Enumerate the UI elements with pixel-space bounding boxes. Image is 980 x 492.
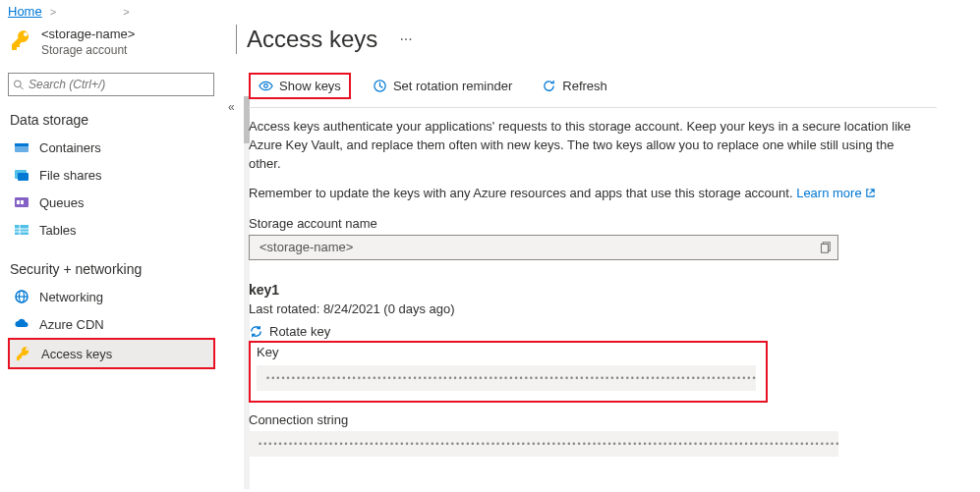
- toolbar-button-label: Set rotation reminder: [393, 79, 512, 93]
- key-field-highlight: Key ••••••••••••••••••••••••••••••••••••…: [249, 341, 768, 403]
- sidebar-item-label: Azure CDN: [39, 317, 104, 332]
- queue-icon: [14, 194, 29, 210]
- svg-rect-8: [21, 200, 24, 204]
- sidebar-item-label: File shares: [39, 168, 102, 183]
- rotate-key-button[interactable]: Rotate key: [249, 324, 980, 339]
- key1-header: key1: [249, 282, 980, 298]
- sidebar-item-label: Containers: [39, 140, 101, 155]
- chevron-right-icon: >: [50, 6, 56, 18]
- key-icon: [16, 346, 31, 361]
- clock-icon: [373, 79, 387, 93]
- sidebar-section-security: Security + networking: [8, 255, 221, 283]
- show-keys-button[interactable]: Show keys: [249, 73, 351, 99]
- main-content: Show keys Set rotation reminder Refresh …: [221, 63, 980, 457]
- description-text-2: Remember to update the keys with any Azu…: [249, 174, 980, 200]
- eye-icon: [259, 79, 273, 93]
- external-link-icon: [865, 188, 876, 198]
- description-text: Access keys authenticate your applicatio…: [249, 108, 947, 174]
- sidebar-item-label: Networking: [39, 290, 103, 304]
- breadcrumb: Home > >: [0, 0, 980, 21]
- desc2-text: Remember to update the keys with any Azu…: [249, 186, 796, 200]
- sidebar-item-tables[interactable]: Tables: [8, 216, 221, 244]
- svg-point-0: [14, 81, 21, 87]
- svg-rect-18: [822, 244, 829, 252]
- connection-string-label: Connection string: [249, 412, 980, 427]
- container-icon: [14, 139, 29, 155]
- svg-rect-3: [15, 143, 29, 146]
- toolbar-button-label: Refresh: [562, 79, 607, 93]
- resource-type: Storage account: [41, 43, 135, 57]
- sidebar-item-label: Access keys: [41, 347, 112, 361]
- sidebar-item-file-shares[interactable]: File shares: [8, 161, 221, 189]
- storage-account-name-value: <storage-name>: [259, 240, 353, 254]
- rotate-icon: [249, 324, 263, 339]
- toolbar-button-label: Show keys: [279, 79, 341, 93]
- search-input-wrap[interactable]: [8, 73, 214, 96]
- svg-line-1: [20, 85, 23, 88]
- networking-icon: [14, 289, 29, 304]
- sidebar-item-label: Queues: [39, 195, 85, 210]
- resource-name: <storage-name>: [41, 27, 135, 41]
- sidebar-section-data-storage: Data storage: [8, 106, 221, 134]
- sidebar-item-networking[interactable]: Networking: [8, 283, 221, 310]
- connection-string-field: ••••••••••••••••••••••••••••••••••••••••…: [249, 431, 838, 457]
- learn-more-label: Learn more: [796, 186, 861, 200]
- sidebar-item-containers[interactable]: Containers: [8, 134, 221, 161]
- copy-icon[interactable]: [818, 241, 832, 254]
- resource-block: <storage-name> Storage account: [0, 21, 236, 63]
- page-title-block: Access keys ···: [236, 21, 419, 54]
- sidebar-item-azure-cdn[interactable]: Azure CDN: [8, 310, 221, 338]
- breadcrumb-home-link[interactable]: Home: [8, 4, 42, 19]
- svg-rect-5: [18, 173, 29, 181]
- search-input[interactable]: [29, 78, 209, 91]
- svg-point-16: [264, 84, 268, 88]
- sidebar: Data storage Containers File shares Queu…: [0, 63, 221, 457]
- sidebar-item-access-keys[interactable]: Access keys: [10, 340, 213, 367]
- header: <storage-name> Storage account Access ke…: [0, 21, 980, 63]
- key-icon: [10, 28, 33, 52]
- rotate-key-label: Rotate key: [269, 324, 330, 339]
- refresh-button[interactable]: Refresh: [534, 75, 615, 97]
- learn-more-link[interactable]: Learn more: [796, 186, 876, 200]
- chevron-right-icon: >: [123, 6, 129, 18]
- refresh-icon: [542, 79, 556, 93]
- last-rotated-text: Last rotated: 8/24/2021 (0 days ago): [249, 301, 980, 316]
- fileshare-icon: [14, 167, 29, 183]
- page-title: Access keys: [247, 26, 377, 53]
- sidebar-item-queues[interactable]: Queues: [8, 189, 221, 216]
- svg-rect-7: [17, 200, 20, 204]
- title-divider: [236, 25, 237, 54]
- search-icon: [13, 79, 25, 91]
- set-rotation-reminder-button[interactable]: Set rotation reminder: [365, 75, 520, 97]
- sidebar-item-label: Tables: [39, 223, 77, 238]
- more-menu-button[interactable]: ···: [393, 28, 418, 50]
- svg-rect-9: [15, 225, 29, 235]
- key-label: Key: [257, 345, 760, 359]
- toolbar: Show keys Set rotation reminder Refresh: [249, 63, 937, 108]
- key-value-field: ••••••••••••••••••••••••••••••••••••••••…: [257, 365, 756, 391]
- storage-account-name-field: <storage-name>: [249, 235, 838, 260]
- cdn-icon: [14, 316, 29, 332]
- storage-account-name-label: Storage account name: [249, 216, 980, 231]
- table-icon: [14, 222, 29, 238]
